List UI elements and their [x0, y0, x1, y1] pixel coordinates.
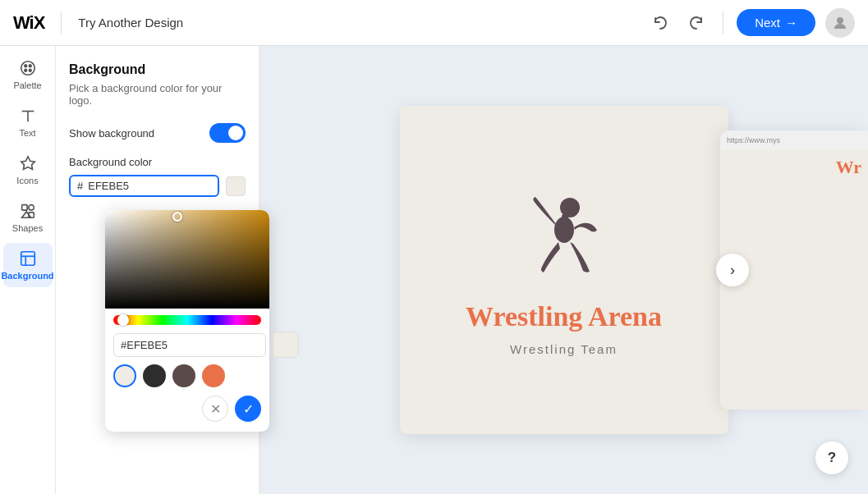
svg-point-0 [837, 17, 843, 24]
svg-rect-13 [21, 252, 34, 266]
svg-point-2 [24, 65, 26, 67]
panel: Background Pick a background color for y… [56, 46, 259, 494]
next-button[interactable]: Next → [737, 9, 815, 36]
sidebar-icons-label: Icons [16, 176, 38, 185]
gradient-bg [105, 210, 269, 309]
sidebar: Palette Text Icons Shapes [0, 46, 56, 494]
popup-cancel-button[interactable]: ✕ [202, 396, 228, 422]
gradient-canvas[interactable] [105, 210, 269, 309]
show-background-label: Show background [69, 127, 154, 140]
hue-cursor [117, 314, 129, 326]
main-layout: Palette Text Icons Shapes [0, 46, 868, 494]
background-color-section: Background color # [69, 156, 246, 197]
popup-hex-input[interactable] [113, 333, 266, 357]
header-divider [61, 11, 62, 34]
preset-swatches [105, 364, 269, 387]
background-color-label: Background color [69, 156, 246, 168]
svg-point-3 [29, 65, 31, 67]
wix-logo: WiX [13, 12, 44, 34]
sidebar-text-label: Text [19, 128, 35, 138]
show-background-toggle[interactable] [209, 123, 246, 143]
svg-point-10 [28, 205, 33, 210]
svg-point-4 [24, 69, 26, 71]
color-swatch-preview[interactable] [226, 176, 246, 196]
header-title: Try Another Design [78, 16, 183, 30]
canvas-area: Wrestling Arena Wrestling Team › https:/… [259, 46, 868, 494]
svg-marker-8 [21, 157, 34, 170]
next-preview-button[interactable]: › [716, 254, 749, 286]
sidebar-palette-label: Palette [13, 80, 41, 90]
logo-title: Wrestling Arena [466, 301, 662, 332]
next-label: Next [755, 16, 780, 30]
color-picker-popup: ✕ ✓ [105, 210, 269, 432]
help-icon: ? [828, 450, 836, 466]
svg-point-1 [21, 62, 34, 75]
sidebar-item-background[interactable]: Background [3, 243, 53, 287]
popup-confirm-button[interactable]: ✓ [235, 396, 261, 422]
popup-hex-row [105, 332, 269, 358]
svg-point-5 [29, 69, 31, 71]
color-input-box[interactable]: # [69, 175, 219, 197]
swatch-coral[interactable] [202, 364, 225, 387]
undo-button[interactable] [647, 10, 673, 36]
gradient-cursor [172, 212, 182, 222]
toggle-slider [209, 123, 246, 143]
sidebar-item-palette[interactable]: Palette [3, 53, 53, 97]
logo-card: Wrestling Arena Wrestling Team [400, 106, 728, 434]
swatch-beige[interactable] [113, 364, 136, 387]
redo-button[interactable] [683, 10, 710, 36]
sidebar-background-label: Background [1, 271, 53, 281]
logo-subtitle: Wrestling Team [510, 342, 618, 356]
sidebar-item-shapes[interactable]: Shapes [3, 195, 53, 240]
show-background-row: Show background [69, 123, 246, 143]
hash-symbol: # [77, 180, 83, 192]
swatch-brown[interactable] [172, 364, 195, 387]
preview-url-text: https://www.mys [727, 136, 780, 144]
panel-title: Background [69, 62, 246, 77]
preview-logo-text: Wr [836, 157, 861, 178]
sidebar-item-icons[interactable]: Icons [3, 148, 53, 192]
panel-subtitle: Pick a background color for your logo. [69, 82, 246, 107]
sidebar-item-text[interactable]: Text [3, 100, 53, 144]
header-icons: Next → [647, 8, 855, 38]
arrow-icon: → [785, 16, 797, 30]
hue-slider[interactable] [113, 315, 261, 325]
color-hex-input[interactable] [88, 180, 145, 192]
sidebar-shapes-label: Shapes [12, 223, 43, 233]
logo-icon [511, 185, 618, 291]
popup-swatch [273, 332, 299, 358]
popup-actions: ✕ ✓ [105, 396, 269, 422]
svg-rect-9 [21, 205, 26, 210]
swatch-dark[interactable] [143, 364, 166, 387]
header-separator [723, 11, 723, 34]
svg-rect-16 [562, 214, 568, 222]
avatar-button[interactable] [825, 8, 855, 38]
help-button[interactable]: ? [815, 441, 848, 474]
header: WiX Try Another Design Next → [0, 0, 868, 46]
color-input-row: # [69, 175, 246, 197]
preview-url-bar: https://www.mys [720, 130, 868, 150]
